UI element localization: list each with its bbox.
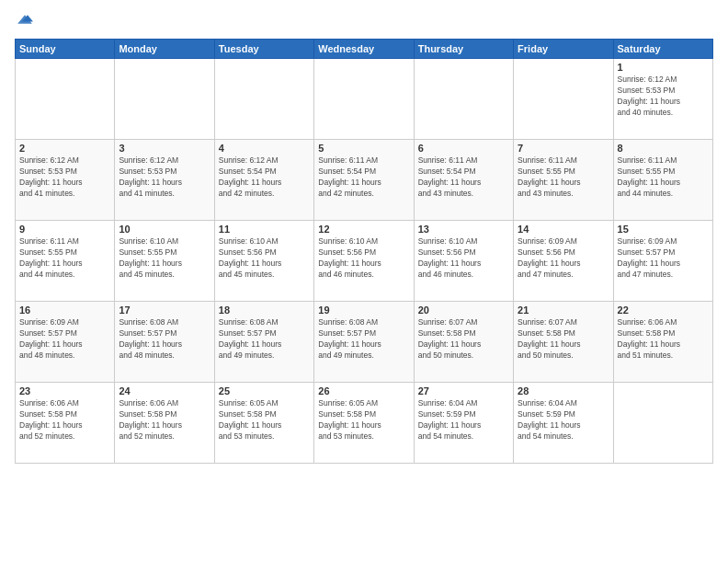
page: SundayMondayTuesdayWednesdayThursdayFrid…	[0, 0, 728, 563]
weekday-header-tuesday: Tuesday	[214, 40, 313, 59]
weekday-header-saturday: Saturday	[613, 40, 712, 59]
weekday-header-monday: Monday	[115, 40, 214, 59]
calendar-cell	[414, 59, 513, 140]
day-info: Sunrise: 6:05 AM Sunset: 5:58 PM Dayligh…	[219, 398, 310, 442]
calendar-cell: 6Sunrise: 6:11 AM Sunset: 5:54 PM Daylig…	[414, 140, 513, 221]
day-info: Sunrise: 6:08 AM Sunset: 5:57 PM Dayligh…	[219, 317, 310, 362]
day-number: 21	[518, 304, 609, 316]
calendar-cell: 11Sunrise: 6:10 AM Sunset: 5:56 PM Dayli…	[214, 221, 313, 302]
day-info: Sunrise: 6:10 AM Sunset: 5:56 PM Dayligh…	[418, 236, 509, 281]
day-info: Sunrise: 6:12 AM Sunset: 5:53 PM Dayligh…	[19, 155, 110, 200]
calendar-cell: 8Sunrise: 6:11 AM Sunset: 5:55 PM Daylig…	[613, 140, 712, 221]
day-info: Sunrise: 6:11 AM Sunset: 5:55 PM Dayligh…	[618, 155, 709, 200]
logo	[15, 11, 35, 31]
header	[15, 11, 713, 31]
day-number: 16	[19, 304, 110, 316]
day-info: Sunrise: 6:04 AM Sunset: 5:59 PM Dayligh…	[418, 398, 509, 442]
day-number: 26	[318, 385, 409, 396]
day-info: Sunrise: 6:11 AM Sunset: 5:55 PM Dayligh…	[518, 155, 609, 200]
day-info: Sunrise: 6:06 AM Sunset: 5:58 PM Dayligh…	[618, 317, 709, 362]
day-info: Sunrise: 6:10 AM Sunset: 5:56 PM Dayligh…	[318, 236, 409, 281]
day-number: 17	[119, 304, 210, 316]
week-row-3: 16Sunrise: 6:09 AM Sunset: 5:57 PM Dayli…	[16, 302, 713, 383]
day-number: 12	[318, 224, 409, 235]
day-number: 10	[119, 224, 210, 235]
calendar-cell: 26Sunrise: 6:05 AM Sunset: 5:58 PM Dayli…	[314, 383, 414, 464]
day-number: 6	[418, 143, 509, 154]
calendar-cell: 21Sunrise: 6:07 AM Sunset: 5:58 PM Dayli…	[514, 302, 613, 383]
day-info: Sunrise: 6:10 AM Sunset: 5:56 PM Dayligh…	[219, 236, 310, 281]
calendar-cell: 28Sunrise: 6:04 AM Sunset: 5:59 PM Dayli…	[514, 383, 613, 464]
calendar-cell: 25Sunrise: 6:05 AM Sunset: 5:58 PM Dayli…	[214, 383, 313, 464]
weekday-header-thursday: Thursday	[414, 40, 513, 59]
day-number: 19	[318, 304, 409, 316]
calendar-cell: 17Sunrise: 6:08 AM Sunset: 5:57 PM Dayli…	[115, 302, 214, 383]
day-number: 22	[618, 304, 709, 316]
day-number: 25	[219, 385, 310, 396]
calendar-body: 1Sunrise: 6:12 AM Sunset: 5:53 PM Daylig…	[16, 59, 713, 464]
week-row-4: 23Sunrise: 6:06 AM Sunset: 5:58 PM Dayli…	[16, 383, 713, 464]
calendar-cell: 14Sunrise: 6:09 AM Sunset: 5:56 PM Dayli…	[514, 221, 613, 302]
day-number: 27	[418, 385, 509, 396]
week-row-1: 2Sunrise: 6:12 AM Sunset: 5:53 PM Daylig…	[16, 140, 713, 221]
calendar-cell	[214, 59, 313, 140]
calendar-cell	[314, 59, 414, 140]
calendar: SundayMondayTuesdayWednesdayThursdayFrid…	[15, 39, 713, 464]
calendar-cell	[115, 59, 214, 140]
day-info: Sunrise: 6:11 AM Sunset: 5:55 PM Dayligh…	[19, 236, 110, 281]
calendar-cell	[613, 383, 712, 464]
day-info: Sunrise: 6:04 AM Sunset: 5:59 PM Dayligh…	[518, 398, 609, 442]
calendar-header: SundayMondayTuesdayWednesdayThursdayFrid…	[16, 40, 713, 59]
calendar-cell: 1Sunrise: 6:12 AM Sunset: 5:53 PM Daylig…	[613, 59, 712, 140]
day-number: 11	[219, 224, 310, 235]
day-info: Sunrise: 6:06 AM Sunset: 5:58 PM Dayligh…	[119, 398, 210, 442]
weekday-row: SundayMondayTuesdayWednesdayThursdayFrid…	[16, 40, 713, 59]
calendar-cell: 7Sunrise: 6:11 AM Sunset: 5:55 PM Daylig…	[514, 140, 613, 221]
calendar-cell: 22Sunrise: 6:06 AM Sunset: 5:58 PM Dayli…	[613, 302, 712, 383]
calendar-cell: 23Sunrise: 6:06 AM Sunset: 5:58 PM Dayli…	[16, 383, 115, 464]
calendar-cell: 15Sunrise: 6:09 AM Sunset: 5:57 PM Dayli…	[613, 221, 712, 302]
week-row-0: 1Sunrise: 6:12 AM Sunset: 5:53 PM Daylig…	[16, 59, 713, 140]
weekday-header-sunday: Sunday	[16, 40, 115, 59]
weekday-header-wednesday: Wednesday	[314, 40, 414, 59]
day-info: Sunrise: 6:08 AM Sunset: 5:57 PM Dayligh…	[119, 317, 210, 362]
calendar-cell: 27Sunrise: 6:04 AM Sunset: 5:59 PM Dayli…	[414, 383, 513, 464]
day-number: 20	[418, 304, 509, 316]
calendar-cell: 4Sunrise: 6:12 AM Sunset: 5:54 PM Daylig…	[214, 140, 313, 221]
logo-icon	[17, 11, 33, 28]
day-info: Sunrise: 6:07 AM Sunset: 5:58 PM Dayligh…	[518, 317, 609, 362]
calendar-cell: 12Sunrise: 6:10 AM Sunset: 5:56 PM Dayli…	[314, 221, 414, 302]
day-info: Sunrise: 6:11 AM Sunset: 5:54 PM Dayligh…	[318, 155, 409, 200]
calendar-cell: 3Sunrise: 6:12 AM Sunset: 5:53 PM Daylig…	[115, 140, 214, 221]
day-number: 3	[119, 143, 210, 154]
day-number: 5	[318, 143, 409, 154]
calendar-cell: 24Sunrise: 6:06 AM Sunset: 5:58 PM Dayli…	[115, 383, 214, 464]
day-number: 8	[618, 143, 709, 154]
calendar-cell: 18Sunrise: 6:08 AM Sunset: 5:57 PM Dayli…	[214, 302, 313, 383]
day-info: Sunrise: 6:05 AM Sunset: 5:58 PM Dayligh…	[318, 398, 409, 442]
calendar-cell: 9Sunrise: 6:11 AM Sunset: 5:55 PM Daylig…	[16, 221, 115, 302]
day-info: Sunrise: 6:06 AM Sunset: 5:58 PM Dayligh…	[19, 398, 110, 442]
day-info: Sunrise: 6:07 AM Sunset: 5:58 PM Dayligh…	[418, 317, 509, 362]
calendar-cell: 20Sunrise: 6:07 AM Sunset: 5:58 PM Dayli…	[414, 302, 513, 383]
calendar-cell: 13Sunrise: 6:10 AM Sunset: 5:56 PM Dayli…	[414, 221, 513, 302]
day-info: Sunrise: 6:12 AM Sunset: 5:53 PM Dayligh…	[618, 75, 709, 119]
calendar-cell: 19Sunrise: 6:08 AM Sunset: 5:57 PM Dayli…	[314, 302, 414, 383]
calendar-cell: 10Sunrise: 6:10 AM Sunset: 5:55 PM Dayli…	[115, 221, 214, 302]
calendar-cell: 2Sunrise: 6:12 AM Sunset: 5:53 PM Daylig…	[16, 140, 115, 221]
day-info: Sunrise: 6:09 AM Sunset: 5:57 PM Dayligh…	[618, 236, 709, 281]
day-number: 1	[618, 62, 709, 73]
day-info: Sunrise: 6:09 AM Sunset: 5:57 PM Dayligh…	[19, 317, 110, 362]
day-number: 9	[19, 224, 110, 235]
calendar-cell: 5Sunrise: 6:11 AM Sunset: 5:54 PM Daylig…	[314, 140, 414, 221]
day-number: 2	[19, 143, 110, 154]
day-number: 7	[518, 143, 609, 154]
calendar-cell: 16Sunrise: 6:09 AM Sunset: 5:57 PM Dayli…	[16, 302, 115, 383]
day-number: 14	[518, 224, 609, 235]
day-info: Sunrise: 6:12 AM Sunset: 5:54 PM Dayligh…	[219, 155, 310, 200]
calendar-cell	[514, 59, 613, 140]
calendar-cell	[16, 59, 115, 140]
day-info: Sunrise: 6:08 AM Sunset: 5:57 PM Dayligh…	[318, 317, 409, 362]
weekday-header-friday: Friday	[514, 40, 613, 59]
day-number: 4	[219, 143, 310, 154]
